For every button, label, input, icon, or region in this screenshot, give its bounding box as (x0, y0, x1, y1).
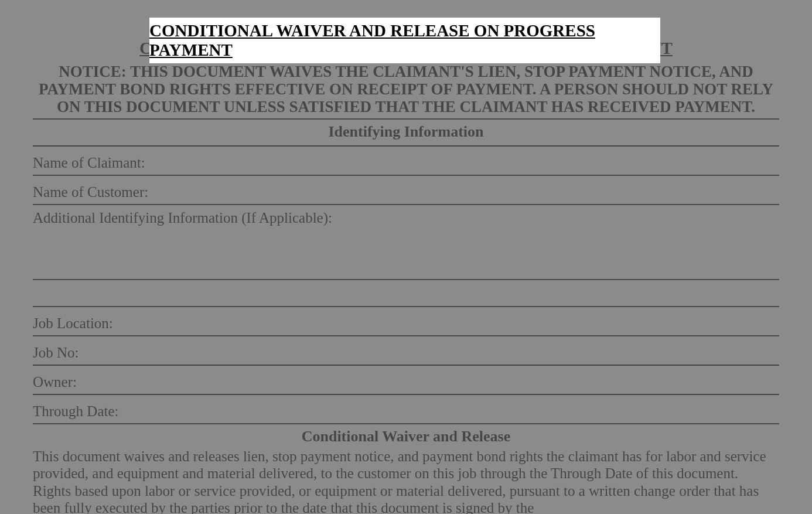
document-page: CONDITIONAL WAIVER AND RELEASE ON PROGRE… (0, 0, 812, 514)
field-job-location[interactable]: Job Location: (33, 307, 779, 336)
section-waiver-heading: Conditional Waiver and Release (33, 424, 779, 448)
field-additional: Additional Identifying Information (If A… (33, 205, 779, 307)
document-title: CONDITIONAL WAIVER AND RELEASE ON PROGRE… (137, 39, 675, 60)
field-through-date-value[interactable] (123, 400, 779, 416)
field-claimant[interactable]: Name of Claimant: (33, 147, 779, 176)
field-additional-line-2[interactable] (33, 280, 779, 307)
field-additional-label: Additional Identifying Information (If A… (33, 210, 779, 226)
field-owner-value[interactable] (81, 370, 779, 387)
waiver-body-text: This document waives and releases lien, … (33, 448, 779, 514)
field-through-date[interactable]: Through Date: (33, 395, 779, 424)
field-job-location-value[interactable] (118, 312, 779, 328)
field-additional-line-1[interactable] (33, 226, 779, 280)
field-job-no-value[interactable] (83, 341, 779, 358)
field-owner[interactable]: Owner: (33, 366, 779, 395)
notice-text: NOTICE: THIS DOCUMENT WAIVES THE CLAIMAN… (33, 63, 779, 116)
field-owner-label: Owner: (33, 374, 77, 390)
field-job-no[interactable]: Job No: (33, 336, 779, 366)
field-job-location-label: Job Location: (33, 315, 113, 332)
field-job-no-label: Job No: (33, 345, 79, 361)
field-customer-value[interactable] (153, 181, 779, 197)
field-through-date-label: Through Date: (33, 403, 118, 420)
field-customer[interactable]: Name of Customer: (33, 176, 779, 205)
field-claimant-value[interactable] (150, 151, 779, 168)
title-wrap: CONDITIONAL WAIVER AND RELEASE ON PROGRE… (33, 39, 779, 60)
section-identifying-heading: Identifying Information (33, 118, 779, 147)
field-customer-label: Name of Customer: (33, 184, 148, 200)
field-claimant-label: Name of Claimant: (33, 155, 145, 171)
